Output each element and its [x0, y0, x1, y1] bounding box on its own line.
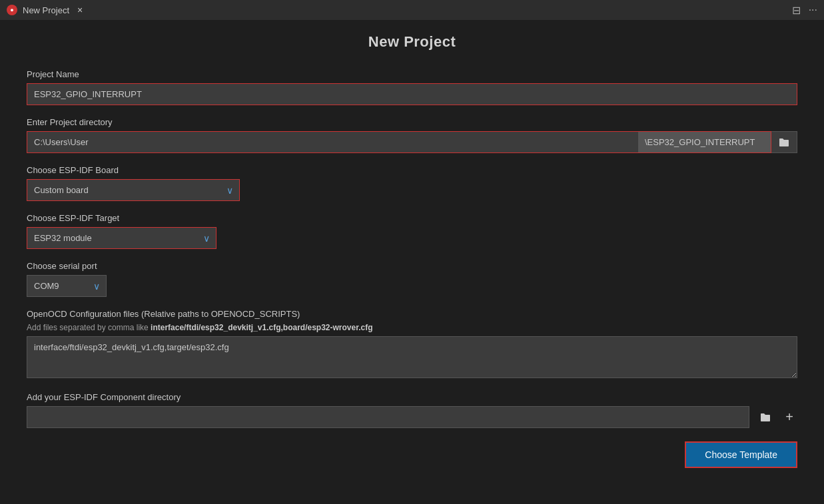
- target-label: Choose ESP-IDF Target: [27, 213, 797, 223]
- directory-browse-button[interactable]: [771, 131, 797, 153]
- target-select[interactable]: ESP32 module ESP32-S2 ESP32-C3 ESP32-S3: [27, 227, 216, 249]
- title-bar-actions: ⊟ ···: [792, 4, 817, 17]
- board-section: Choose ESP-IDF Board Custom board ESP32-…: [27, 165, 797, 201]
- component-dir-row: +: [27, 406, 797, 428]
- serial-select-wrapper: COM9 COM1 COM3 COM4 ∨: [27, 275, 107, 297]
- directory-row: \ESP32_GPIO_INTERRUPT: [27, 131, 797, 153]
- openocd-hint: Add files separated by comma like interf…: [27, 323, 797, 332]
- plus-icon: +: [785, 409, 793, 425]
- split-editor-icon[interactable]: ⊟: [792, 4, 801, 17]
- directory-suffix: \ESP32_GPIO_INTERRUPT: [638, 131, 771, 153]
- board-select-wrapper: Custom board ESP32-DevKitC ESP32-WROVER-…: [27, 179, 240, 201]
- openocd-label: OpenOCD Configuration files (Relative pa…: [27, 309, 797, 319]
- target-select-wrapper: ESP32 module ESP32-S2 ESP32-C3 ESP32-S3 …: [27, 227, 216, 249]
- serial-port-section: Choose serial port COM9 COM1 COM3 COM4 ∨: [27, 261, 797, 297]
- openocd-hint-bold: interface/ftdi/esp32_devkitj_v1.cfg,boar…: [151, 323, 372, 332]
- component-dir-label: Add your ESP-IDF Component directory: [27, 392, 797, 402]
- folder-icon: [778, 136, 790, 148]
- page-title: New Project: [27, 33, 797, 51]
- project-directory-label: Enter Project directory: [27, 117, 797, 127]
- board-label: Choose ESP-IDF Board: [27, 165, 797, 175]
- directory-base-input[interactable]: [27, 131, 638, 153]
- title-bar-left: ● New Project ×: [7, 5, 85, 15]
- folder-browse-icon: [759, 411, 772, 424]
- serial-port-label: Choose serial port: [27, 261, 797, 271]
- component-dir-browse-button[interactable]: [755, 408, 776, 427]
- more-actions-icon[interactable]: ···: [809, 4, 817, 16]
- component-dir-section: Add your ESP-IDF Component directory +: [27, 392, 797, 428]
- choose-template-button[interactable]: Choose Template: [685, 441, 797, 468]
- board-select[interactable]: Custom board ESP32-DevKitC ESP32-WROVER-…: [27, 179, 240, 201]
- component-dir-input[interactable]: [27, 406, 749, 428]
- target-section: Choose ESP-IDF Target ESP32 module ESP32…: [27, 213, 797, 249]
- serial-port-select[interactable]: COM9 COM1 COM3 COM4: [27, 275, 107, 297]
- app-icon: ●: [7, 5, 17, 15]
- component-dir-add-button[interactable]: +: [781, 407, 797, 427]
- project-name-input[interactable]: [27, 83, 797, 105]
- project-directory-section: Enter Project directory \ESP32_GPIO_INTE…: [27, 117, 797, 153]
- footer: Choose Template: [27, 441, 797, 481]
- main-content: New Project Project Name Enter Project d…: [0, 20, 824, 504]
- tab-close-button[interactable]: ×: [75, 5, 85, 15]
- openocd-section: OpenOCD Configuration files (Relative pa…: [27, 309, 797, 380]
- tab-label: New Project: [23, 5, 69, 15]
- openocd-textarea[interactable]: interface/ftdi/esp32_devkitj_v1.cfg,targ…: [27, 336, 797, 378]
- project-name-section: Project Name: [27, 69, 797, 105]
- title-bar: ● New Project × ⊟ ···: [0, 0, 824, 20]
- project-name-label: Project Name: [27, 69, 797, 79]
- openocd-hint-text: Add files separated by comma like: [27, 323, 151, 332]
